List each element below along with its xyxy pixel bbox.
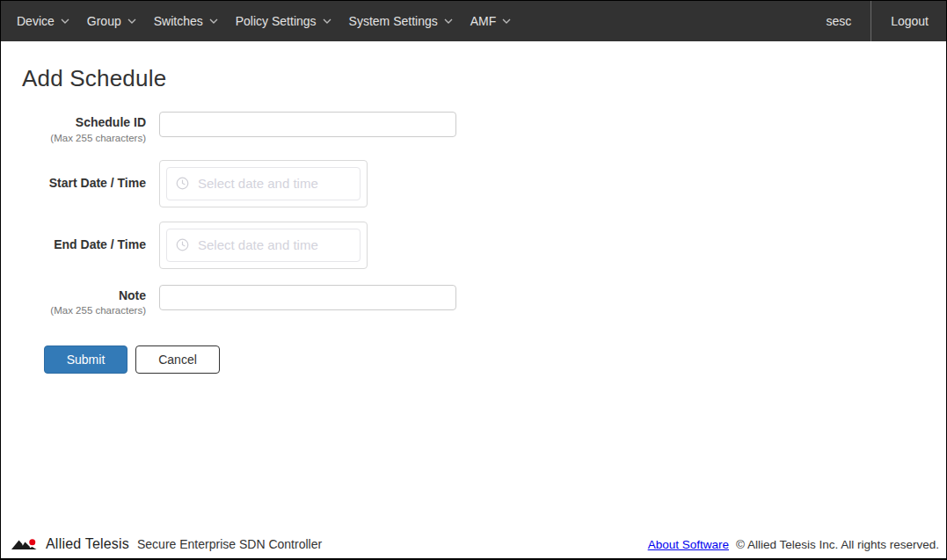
nav-item-label: System Settings bbox=[349, 14, 438, 28]
chevron-down-icon bbox=[444, 18, 453, 24]
note-row: Note (Max 255 characters) bbox=[22, 285, 946, 316]
start-datetime-label: Start Date / Time bbox=[22, 176, 146, 192]
nav-item-amf[interactable]: AMF bbox=[470, 14, 512, 28]
schedule-id-row: Schedule ID (Max 255 characters) bbox=[22, 112, 946, 143]
start-datetime-control bbox=[159, 160, 368, 207]
schedule-id-hint: (Max 255 characters) bbox=[22, 133, 146, 143]
app-window: Device Group Switches Policy Settings Sy… bbox=[0, 0, 947, 560]
note-input[interactable] bbox=[159, 285, 456, 310]
footer-brand-group: Allied Telesis Secure Enterprise SDN Con… bbox=[11, 536, 322, 552]
about-software-link[interactable]: About Software bbox=[648, 538, 729, 551]
submit-button[interactable]: Submit bbox=[44, 345, 127, 374]
chevron-down-icon bbox=[209, 18, 218, 24]
end-datetime-inner bbox=[166, 229, 361, 262]
schedule-id-input[interactable] bbox=[159, 112, 456, 137]
nav-item-switches[interactable]: Switches bbox=[154, 14, 218, 28]
end-datetime-input[interactable] bbox=[198, 237, 351, 252]
note-label: Note bbox=[22, 288, 146, 304]
note-hint: (Max 255 characters) bbox=[22, 305, 146, 316]
nav-menu: Device Group Switches Policy Settings Sy… bbox=[17, 1, 826, 41]
chevron-down-icon bbox=[502, 18, 511, 24]
footer-legal-group: About Software © Allied Telesis Inc. All… bbox=[648, 538, 939, 551]
schedule-id-control bbox=[159, 112, 456, 143]
clock-icon bbox=[176, 238, 189, 251]
nav-item-system-settings[interactable]: System Settings bbox=[349, 14, 453, 28]
start-datetime-input[interactable] bbox=[198, 176, 351, 191]
page-title: Add Schedule bbox=[22, 65, 946, 92]
main-content: Add Schedule Schedule ID (Max 255 charac… bbox=[1, 65, 946, 374]
start-datetime-row: Start Date / Time bbox=[22, 160, 946, 207]
logout-button[interactable]: Logout bbox=[871, 14, 946, 28]
nav-item-group[interactable]: Group bbox=[87, 14, 136, 28]
schedule-id-label: Schedule ID bbox=[22, 115, 146, 131]
start-datetime-label-group: Start Date / Time bbox=[22, 176, 146, 192]
end-datetime-label: End Date / Time bbox=[22, 237, 146, 253]
nav-item-label: Switches bbox=[154, 14, 203, 28]
chevron-down-icon bbox=[323, 18, 331, 24]
footer: Allied Telesis Secure Enterprise SDN Con… bbox=[1, 533, 946, 558]
note-control bbox=[159, 285, 456, 316]
nav-item-label: Device bbox=[17, 14, 55, 28]
end-datetime-label-group: End Date / Time bbox=[22, 237, 146, 253]
nav-item-device[interactable]: Device bbox=[17, 14, 69, 28]
product-name: Secure Enterprise SDN Controller bbox=[137, 537, 322, 551]
schedule-id-label-group: Schedule ID (Max 255 characters) bbox=[22, 112, 146, 143]
copyright-text: © Allied Telesis Inc. All rights reserve… bbox=[736, 538, 939, 551]
nav-right-section: sesc Logout bbox=[826, 1, 946, 41]
brand-name: Allied Telesis bbox=[46, 536, 129, 552]
top-navbar: Device Group Switches Policy Settings Sy… bbox=[1, 1, 946, 41]
form-actions: Submit Cancel bbox=[44, 345, 946, 374]
end-datetime-control bbox=[159, 222, 368, 269]
nav-item-label: Group bbox=[87, 14, 121, 28]
nav-item-label: AMF bbox=[470, 14, 497, 28]
clock-icon bbox=[176, 177, 189, 190]
allied-telesis-logo-icon bbox=[11, 537, 40, 551]
logged-in-username: sesc bbox=[826, 14, 871, 28]
nav-item-policy-settings[interactable]: Policy Settings bbox=[236, 14, 331, 28]
chevron-down-icon bbox=[127, 18, 136, 24]
end-datetime-row: End Date / Time bbox=[22, 222, 946, 269]
nav-item-label: Policy Settings bbox=[236, 14, 317, 28]
note-label-group: Note (Max 255 characters) bbox=[22, 285, 146, 316]
start-datetime-inner bbox=[166, 167, 361, 200]
start-datetime-picker[interactable] bbox=[159, 160, 368, 207]
cancel-button[interactable]: Cancel bbox=[135, 345, 220, 374]
end-datetime-picker[interactable] bbox=[159, 222, 368, 269]
chevron-down-icon bbox=[61, 18, 69, 24]
